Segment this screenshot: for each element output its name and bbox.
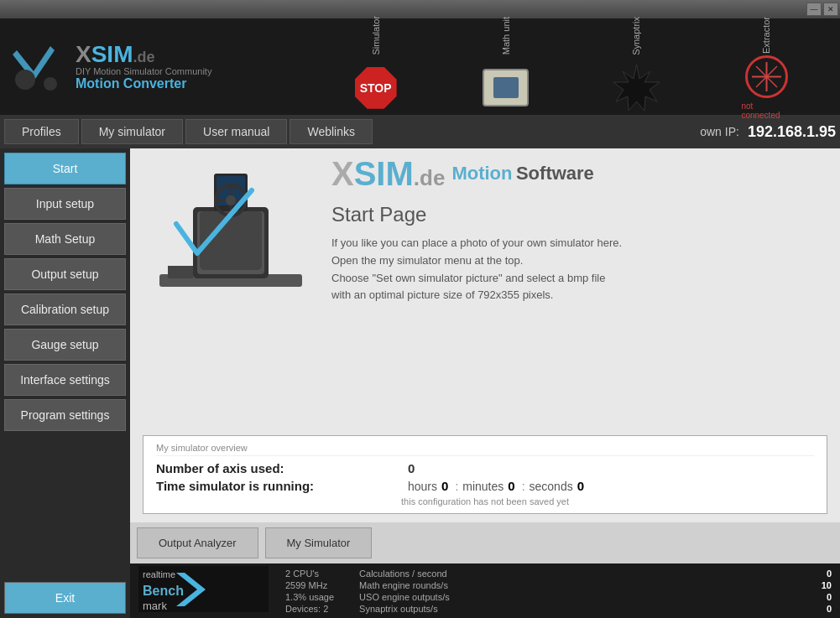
brand-sim: SIM — [354, 155, 414, 192]
right-panel: XSIM.de Motion Software Start Page If yo… — [130, 148, 840, 618]
overview-note: this configuration has not been saved ye… — [156, 496, 814, 506]
hours-value: 0 — [441, 479, 448, 493]
hours-label: hours — [408, 480, 437, 493]
synaptrix-label: Synaptrix — [631, 17, 641, 55]
brand-software-text: Software — [516, 163, 594, 184]
logo-motion: Motion Converter — [76, 76, 211, 91]
not-connected-status: not connected — [741, 101, 791, 120]
brand-logo-row: XSIM.de Motion Software — [331, 157, 827, 190]
sidebar-btn-interface[interactable]: Interface settings — [4, 364, 126, 396]
logo-xsim: XSIM.de — [76, 43, 211, 66]
bench-row-calc: Calculations / second 0 — [359, 569, 832, 579]
header: XSIM.de DIY Motion Simulator Community M… — [0, 18, 840, 115]
logo-area: XSIM.de DIY Motion Simulator Community M… — [8, 38, 310, 96]
time-row: Time simulator is running: hours 0 : min… — [156, 479, 814, 493]
overview-title: My simulator overview — [156, 443, 814, 456]
logo-text: XSIM.de DIY Motion Simulator Community M… — [76, 43, 211, 91]
svg-point-1 — [15, 70, 35, 90]
brand-x: X — [331, 155, 354, 192]
sidebar-btn-start[interactable]: Start — [4, 153, 126, 184]
synaptrix-stat-value: 0 — [811, 604, 832, 614]
benchmark-stats-right: Calculations / second 0 Math engine roun… — [359, 569, 832, 614]
synaptrix-icon-img — [611, 58, 661, 117]
bench-row-uso: USO engine outputs/s 0 — [359, 592, 832, 602]
math-unit-icon-item[interactable]: Math unit — [481, 17, 531, 117]
uso-value: 0 — [811, 592, 832, 602]
benchmark-logo-svg: realtime Bench mark — [138, 566, 269, 612]
axis-row: Number of axis used: 0 — [156, 461, 814, 475]
close-button[interactable]: ✕ — [823, 3, 838, 16]
ip-label: own IP: — [700, 125, 739, 138]
svg-text:realtime: realtime — [143, 569, 175, 579]
brand-motion-software: Motion Software — [451, 163, 593, 184]
sidebar-btn-calibration[interactable]: Calibration setup — [4, 293, 126, 325]
tab-my-simulator[interactable]: My simulator — [81, 119, 183, 144]
extractor-icon-img: not connected — [741, 58, 791, 117]
tab-profiles[interactable]: Profiles — [4, 119, 79, 144]
sidebar-btn-math-setup[interactable]: Math Setup — [4, 223, 126, 255]
minutes-label: minutes — [462, 480, 503, 493]
simulator-icon-item[interactable]: Simulator STOP — [351, 16, 401, 117]
brand-de: .de — [414, 165, 446, 190]
main-text-area: XSIM.de Motion Software Start Page If yo… — [327, 157, 827, 304]
extractor-icon-item[interactable]: Extractor not connected — [741, 17, 791, 116]
math-value: 10 — [811, 580, 832, 590]
axis-value: 0 — [408, 461, 415, 475]
bench-row-math: Math engine rounds/s 10 — [359, 580, 832, 590]
antenna-icon — [743, 54, 790, 100]
sidebar-btn-gauge-setup[interactable]: Gauge setup — [4, 329, 126, 361]
calc-value: 0 — [811, 569, 832, 579]
svg-rect-10 — [168, 266, 193, 278]
simulator-image-area — [143, 157, 327, 303]
uso-label: USO engine outputs/s — [359, 592, 450, 602]
seconds-label: seconds — [530, 480, 573, 493]
simulator-label: Simulator — [371, 16, 381, 55]
svg-marker-3 — [613, 65, 660, 111]
minimize-button[interactable]: — — [806, 3, 822, 16]
calc-label: Calculations / second — [359, 569, 447, 579]
page-description: If you like you can place a photo of you… — [331, 235, 827, 304]
header-icons: Simulator STOP Math unit Synaptrix Extra… — [310, 16, 832, 117]
sidebar-btn-input-setup[interactable]: Input setup — [4, 188, 126, 220]
tab-user-manual[interactable]: User manual — [185, 119, 287, 144]
logo-subtitle: DIY Motion Simulator Community — [76, 66, 211, 76]
math-label: Math engine rounds/s — [359, 580, 448, 590]
logo-de: .de — [133, 49, 154, 65]
starburst-icon — [613, 65, 660, 111]
stop-sign-icon: STOP — [355, 67, 397, 109]
stat-cpus: 2 CPU's — [285, 569, 334, 579]
math-unit-icon-img — [481, 58, 531, 117]
synaptrix-icon-item[interactable]: Synaptrix — [611, 17, 661, 117]
benchmark-stats-left: 2 CPU's 2599 MHz 1.3% usage Devices: 2 — [285, 569, 334, 614]
bottom-buttons-area: Output Analyzer My Simulator — [130, 522, 840, 563]
sidebar-btn-exit[interactable]: Exit — [4, 582, 126, 614]
math-unit-label: Math unit — [501, 17, 511, 55]
bench-row-synaptrix: Synaptrix outputs/s 0 — [359, 604, 832, 614]
svg-text:Bench: Bench — [143, 584, 184, 598]
minutes-value: 0 — [508, 479, 514, 493]
main-content: Start Input setup Math Setup Output setu… — [0, 148, 840, 618]
stat-devices: Devices: 2 — [285, 604, 334, 614]
tab-weblinks[interactable]: Weblinks — [290, 119, 373, 144]
sidebar-btn-program[interactable]: Program settings — [4, 399, 126, 431]
logo-x: X — [76, 41, 91, 67]
ip-value: 192.168.1.95 — [748, 123, 836, 141]
sidebar-btn-output-setup[interactable]: Output setup — [4, 258, 126, 290]
seconds-value: 0 — [577, 479, 584, 493]
stat-mhz: 2599 MHz — [285, 580, 334, 590]
svg-text:mark: mark — [143, 600, 167, 612]
my-simulator-button[interactable]: My Simulator — [265, 527, 373, 558]
chip-icon — [483, 69, 529, 106]
logo-sim: SIM — [91, 41, 133, 67]
extractor-label: Extractor — [761, 17, 771, 54]
axis-label: Number of axis used: — [156, 461, 408, 475]
xsim-logo-icon — [8, 38, 67, 96]
svg-point-19 — [226, 195, 236, 205]
brand-logo-text: XSIM.de — [331, 157, 445, 190]
benchmark-logo-area: realtime Bench mark — [138, 566, 273, 615]
stat-usage: 1.3% usage — [285, 592, 334, 602]
synaptrix-stat-label: Synaptrix outputs/s — [359, 604, 438, 614]
output-analyzer-button[interactable]: Output Analyzer — [137, 527, 258, 558]
racing-seat-image — [143, 157, 319, 299]
time-label: Time simulator is running: — [156, 479, 408, 493]
